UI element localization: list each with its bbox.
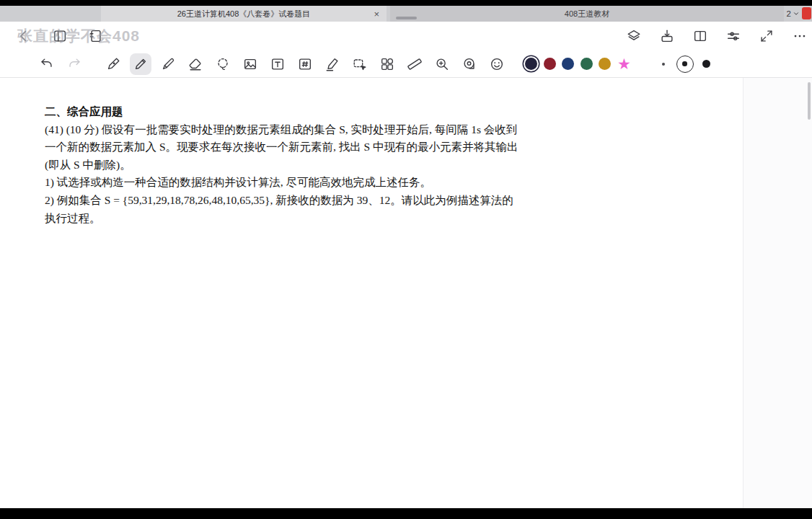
sticker-icon[interactable] [486, 53, 508, 75]
document-line: 2) 例如集合 S = {59,31,29,18,78,26,48,10,65,… [45, 192, 518, 210]
tab-close-button[interactable]: × [374, 6, 379, 22]
ballpoint-pen-icon[interactable] [157, 53, 179, 75]
export-icon[interactable] [656, 25, 678, 47]
stroke-medium-dot-icon [682, 61, 687, 66]
tab-inactive-title: 408王道教材 [565, 9, 609, 19]
fountain-pen-icon[interactable] [102, 53, 124, 75]
redo-icon[interactable] [63, 53, 85, 75]
selection-icon[interactable] [349, 53, 371, 75]
document-heading: 二、综合应用题 [45, 103, 518, 121]
stroke-large-dot-icon [702, 60, 710, 68]
notebook-icon[interactable] [85, 25, 107, 47]
color-swatch-5[interactable] [599, 58, 611, 70]
ruler-icon[interactable] [404, 53, 425, 75]
chevron-down-icon [793, 10, 800, 17]
fullscreen-icon[interactable] [756, 25, 777, 47]
pen-toolbar: ★ [0, 50, 812, 78]
stroke-small-button[interactable] [655, 56, 672, 73]
color-swatch-4[interactable] [581, 58, 593, 70]
more-icon[interactable] [789, 25, 811, 47]
nav-left-group [13, 22, 107, 50]
tab-active[interactable]: 26王道计算机408《八套卷》试卷题目 × [101, 6, 387, 22]
page-right-margin [743, 78, 812, 508]
tab-active-title: 26王道计算机408《八套卷》试卷题目 [177, 9, 311, 19]
tool-group: ★ [36, 50, 715, 77]
document-line: 一个新的数据元素加入 S。现要求在每次接收一个新元素前, 找出 S 中现有的最小… [45, 138, 518, 156]
lasso-icon[interactable] [212, 53, 234, 75]
scrollbar-thumb[interactable] [808, 82, 811, 120]
color-swatch-3[interactable] [562, 58, 574, 70]
document-line: 1) 试选择或构造一种合适的数据结构并设计算法, 尽可能高效地完成上述任务。 [45, 174, 518, 192]
magnifier-icon[interactable] [431, 53, 453, 75]
tab-inactive[interactable]: 408王道教材 [390, 6, 784, 22]
tape-icon[interactable] [459, 53, 480, 75]
highlighter-icon[interactable] [322, 53, 343, 75]
star-color-swatch-icon[interactable]: ★ [617, 58, 632, 70]
hashtag-icon[interactable] [294, 53, 316, 75]
stroke-small-dot-icon [662, 63, 665, 66]
color-swatch-2[interactable] [544, 58, 556, 70]
tab-bar: 26王道计算机408《八套卷》试卷题目 × 408王道教材 2 [0, 6, 812, 22]
text-box-icon[interactable] [267, 53, 288, 75]
eraser-icon[interactable] [185, 53, 206, 75]
image-icon[interactable] [239, 53, 261, 75]
document-page[interactable]: 二、综合应用题 (41) (10 分) 假设有一批需要实时处理的数据元素组成的集… [0, 78, 812, 508]
page-thumbnails-icon[interactable] [49, 25, 71, 47]
color-swatches: ★ [525, 58, 632, 70]
document-line: (41) (10 分) 假设有一批需要实时处理的数据元素组成的集合 S, 实时处… [45, 121, 518, 139]
stroke-medium-button[interactable] [676, 56, 694, 73]
elements-icon[interactable] [376, 53, 398, 75]
top-status-bar [0, 0, 812, 6]
document-line: (即从 S 中删除)。 [45, 156, 518, 174]
window-drag-handle[interactable] [396, 17, 417, 19]
undo-icon[interactable] [36, 53, 58, 75]
pencil-icon[interactable] [130, 53, 151, 75]
nav-right-group [623, 22, 811, 50]
red-badge [802, 7, 811, 19]
stroke-large-button[interactable] [698, 56, 715, 73]
color-swatch-1[interactable] [525, 58, 537, 70]
book-pages-icon[interactable] [689, 25, 711, 47]
stroke-size-group [655, 56, 715, 73]
sliders-icon[interactable] [723, 25, 744, 47]
back-chevron-icon[interactable] [13, 25, 35, 47]
tab-count-label: 2 [787, 9, 791, 18]
document-line: 执行过程。 [45, 210, 518, 228]
layers-icon[interactable] [623, 25, 645, 47]
document-text: 二、综合应用题 (41) (10 分) 假设有一批需要实时处理的数据元素组成的集… [45, 103, 518, 227]
tab-count-button[interactable]: 2 [787, 6, 800, 22]
nav-toolbar [0, 22, 812, 50]
bottom-bar [0, 508, 812, 519]
